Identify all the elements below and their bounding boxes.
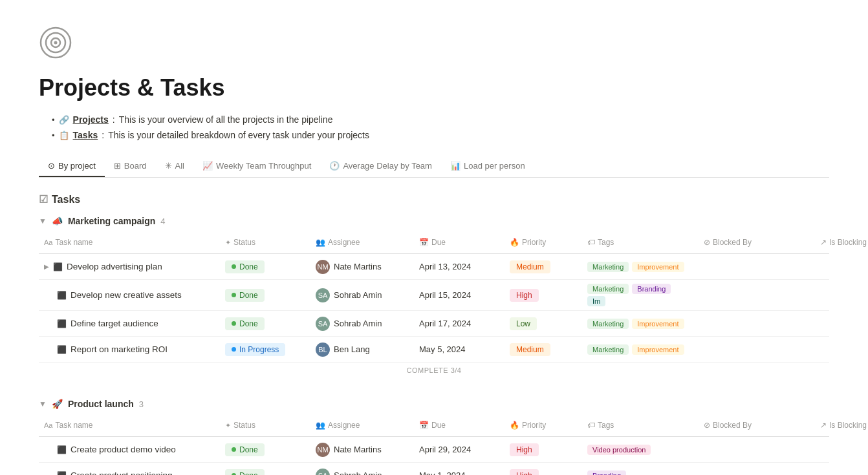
tag-badge: Marketing bbox=[587, 284, 629, 294]
cell-due: April 29, 2024 bbox=[414, 441, 505, 458]
cell-task-name: ⬛ Create product demo video bbox=[39, 441, 220, 458]
group-emoji: 🚀 bbox=[52, 399, 63, 409]
group-header-product-launch[interactable]: ▼ 🚀 Product launch 3 bbox=[39, 399, 829, 409]
status-badge: Done bbox=[225, 443, 265, 456]
tab-delay[interactable]: 🕐 Average Delay by Team bbox=[320, 156, 441, 177]
main-page: Projects & Tasks • 🔗 Projects: This is y… bbox=[0, 0, 868, 475]
group-emoji: 📣 bbox=[52, 216, 63, 226]
cell-due: May 5, 2024 bbox=[414, 341, 505, 358]
cell-blocked-by bbox=[699, 291, 815, 299]
assignee-name: Nate Martins bbox=[334, 262, 382, 271]
assignee-name: Nate Martins bbox=[334, 445, 382, 454]
task-type-icon: ⬛ bbox=[57, 445, 67, 454]
col-tags: 🏷 Tags bbox=[582, 234, 699, 251]
cell-assignee: SA Sohrab Amin bbox=[310, 465, 414, 476]
tab-load[interactable]: 📊 Load per person bbox=[441, 156, 534, 177]
logo bbox=[39, 26, 829, 61]
cell-task-name: ⬛ Create product positioning bbox=[39, 467, 220, 475]
bullet-tasks: • 📋 Tasks: This is your detailed breakdo… bbox=[52, 130, 829, 140]
bullet-projects: • 🔗 Projects: This is your overview of a… bbox=[52, 114, 829, 125]
tab-all[interactable]: ✳ All bbox=[156, 156, 193, 177]
task-name-label: Create product demo video bbox=[71, 445, 176, 454]
cell-tags: MarketingImprovement bbox=[582, 341, 699, 359]
task-name-label: Develop new creative assets bbox=[71, 290, 182, 300]
projects-link[interactable]: Projects bbox=[73, 114, 109, 125]
avatar: SA bbox=[316, 288, 330, 302]
table-row[interactable]: ▶ ⬛ Develop advertising plan Done NM Nat… bbox=[39, 254, 829, 280]
avatar: SA bbox=[316, 469, 330, 476]
tag-badge: Video production bbox=[587, 445, 651, 455]
cell-blocked-by bbox=[699, 346, 815, 354]
tab-weekly[interactable]: 📈 Weekly Team Throughput bbox=[193, 156, 320, 177]
task-name-label: Create product positioning bbox=[71, 470, 173, 475]
status-badge: In Progress bbox=[225, 343, 285, 356]
cell-status: Done bbox=[220, 285, 310, 306]
col-blocked-by: ⊘ Blocked By bbox=[699, 417, 815, 434]
cell-priority: High bbox=[505, 285, 582, 306]
col-assignee: 👥 Assignee bbox=[310, 234, 414, 251]
col-tags: 🏷 Tags bbox=[582, 417, 699, 434]
tab-by-project[interactable]: ⊙ By project bbox=[39, 156, 105, 177]
table-row[interactable]: ⬛ Define target audience Done SA Sohrab … bbox=[39, 311, 829, 337]
tag-badge: Im bbox=[587, 296, 605, 306]
cell-status: Done bbox=[220, 313, 310, 334]
tasks-link[interactable]: Tasks bbox=[73, 130, 98, 140]
all-icon: ✳ bbox=[165, 161, 172, 171]
group-product-launch: ▼ 🚀 Product launch 3 Aa Task name ✦ Stat… bbox=[39, 399, 829, 475]
avatar: NM bbox=[316, 443, 330, 457]
board-icon: ⊞ bbox=[114, 161, 121, 171]
groups-container: ▼ 📣 Marketing campaign 4 Aa Task name ✦ … bbox=[39, 216, 829, 475]
task-name-label: Develop advertising plan bbox=[67, 262, 162, 271]
tag-badge: Improvement bbox=[632, 319, 684, 329]
priority-col-icon: 🔥 bbox=[510, 238, 519, 247]
priority-badge: Low bbox=[510, 317, 537, 330]
tasks-section-title: ☑ Tasks bbox=[39, 193, 829, 206]
status-badge: Done bbox=[225, 260, 265, 273]
tasks-check-icon: ☑ bbox=[39, 193, 48, 206]
tag-badge: Marketing bbox=[587, 262, 629, 272]
due-col-icon: 📅 bbox=[419, 421, 429, 430]
table-column-headers: Aa Task name ✦ Status 👥 Assignee 📅 Due 🔥… bbox=[39, 414, 829, 437]
due-col-icon: 📅 bbox=[419, 238, 429, 247]
col-blocked-by: ⊘ Blocked By bbox=[699, 234, 815, 251]
col-priority: 🔥 Priority bbox=[505, 234, 582, 251]
status-badge: Done bbox=[225, 317, 265, 330]
task-name-label: Define target audience bbox=[71, 319, 158, 328]
cell-due: April 13, 2024 bbox=[414, 258, 505, 275]
cell-priority: Low bbox=[505, 313, 582, 334]
cell-priority: High bbox=[505, 439, 582, 460]
cell-blocked-by bbox=[699, 446, 815, 454]
table-row[interactable]: ⬛ Develop new creative assets Done SA So… bbox=[39, 280, 829, 311]
cell-is-blocking bbox=[815, 346, 868, 354]
tab-board[interactable]: ⊞ Board bbox=[105, 156, 156, 177]
cell-status: Done bbox=[220, 439, 310, 460]
cell-tags: MarketingImprovement bbox=[582, 258, 699, 276]
table-row[interactable]: ⬛ Create product positioning Done SA Soh… bbox=[39, 463, 829, 475]
cell-task-name: ▶ ⬛ Develop advertising plan bbox=[39, 258, 220, 275]
tags-col-icon: 🏷 bbox=[587, 238, 595, 247]
cell-is-blocking bbox=[815, 446, 868, 454]
expand-icon[interactable]: ▶ bbox=[44, 263, 49, 270]
cell-task-name: ⬛ Develop new creative assets bbox=[39, 286, 220, 304]
cell-tags: MarketingBrandingIm bbox=[582, 280, 699, 310]
table-row[interactable]: ⬛ Create product demo video Done NM Nate… bbox=[39, 437, 829, 463]
cell-status: Done bbox=[220, 465, 310, 476]
col-due: 📅 Due bbox=[414, 417, 505, 434]
col-due: 📅 Due bbox=[414, 234, 505, 251]
cell-blocked-by bbox=[699, 320, 815, 328]
cell-status: In Progress bbox=[220, 339, 310, 360]
col-assignee: 👥 Assignee bbox=[310, 417, 414, 434]
group-arrow-icon: ▼ bbox=[39, 216, 47, 226]
tasks-bullet-icon: • bbox=[52, 131, 55, 140]
projects-icon: 🔗 bbox=[59, 115, 69, 125]
assignee-name: Ben Lang bbox=[334, 344, 370, 354]
cell-tags: Branding bbox=[582, 467, 699, 476]
weekly-icon: 📈 bbox=[202, 161, 213, 171]
priority-badge: High bbox=[510, 443, 539, 456]
group-header-marketing-campaign[interactable]: ▼ 📣 Marketing campaign 4 bbox=[39, 216, 829, 226]
col-status: ✦ Status bbox=[220, 234, 310, 251]
cell-priority: Medium bbox=[505, 339, 582, 360]
priority-badge: Medium bbox=[510, 260, 550, 273]
task-name-label: Report on marketing ROI bbox=[71, 344, 168, 354]
table-row[interactable]: ⬛ Report on marketing ROI In Progress BL… bbox=[39, 337, 829, 363]
